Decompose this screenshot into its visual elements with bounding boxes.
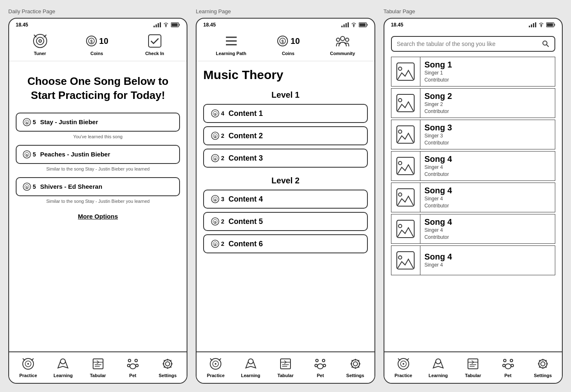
song-row-info-0: Song 1 Singer 1 Contributor bbox=[420, 58, 555, 86]
svg-rect-96 bbox=[531, 24, 532, 27]
coins-icon-2: $ 10 bbox=[276, 33, 300, 49]
bottom-learning-3[interactable]: Learning bbox=[428, 356, 449, 378]
song-row-3[interactable]: Song 4 Singer 4 Contributor bbox=[391, 151, 555, 181]
coins-nav-1[interactable]: $ 10 Coins bbox=[85, 33, 108, 56]
song-title-2: Song 3 bbox=[425, 123, 551, 132]
learning-section: Learning Page 18.45 Learning Path bbox=[196, 8, 375, 384]
content-coins-5: $ 2 bbox=[211, 239, 225, 248]
song-meta-1: Singer 2 Contributor bbox=[425, 101, 551, 115]
song-thumbnail-5 bbox=[391, 214, 420, 243]
bottom-pet-3[interactable]: Pet bbox=[498, 356, 518, 378]
svg-point-57 bbox=[341, 36, 345, 41]
pet-label-3: Pet bbox=[504, 373, 511, 378]
content-coins-1: $ 2 bbox=[211, 131, 225, 140]
time-3: 18.45 bbox=[391, 22, 403, 28]
daily-title: Choose One Song Below to Start Practicin… bbox=[16, 75, 180, 103]
svg-point-134 bbox=[541, 362, 545, 366]
svg-rect-2 bbox=[158, 23, 159, 27]
bottom-tabular-2[interactable]: Tabular bbox=[275, 356, 296, 378]
svg-point-108 bbox=[398, 99, 402, 102]
svg-rect-43 bbox=[341, 26, 343, 27]
song-row-6[interactable]: Song 4 Singer 4 bbox=[391, 245, 555, 275]
bottom-nav-1: Practice Learning Tabular bbox=[9, 351, 187, 383]
settings-icon-1 bbox=[160, 356, 175, 371]
song-row-2[interactable]: Song 3 Singer 3 Contributor bbox=[391, 120, 555, 149]
bottom-settings-2[interactable]: Settings bbox=[345, 356, 366, 378]
learning-label-2: Learning bbox=[241, 373, 260, 378]
bottom-tabular-1[interactable]: Tabular bbox=[88, 356, 108, 378]
svg-point-92 bbox=[317, 364, 323, 369]
coins-icon-1: $ 10 bbox=[85, 33, 108, 49]
bottom-practice-3[interactable]: Practice bbox=[393, 356, 414, 378]
song-title-0: Song 1 bbox=[425, 60, 551, 70]
svg-rect-0 bbox=[154, 26, 155, 27]
content-card-1[interactable]: $ 2 Content 2 bbox=[203, 126, 367, 145]
song-meta-6: Singer 4 bbox=[425, 262, 551, 269]
svg-rect-107 bbox=[397, 94, 414, 112]
svg-point-135 bbox=[539, 360, 547, 368]
svg-point-89 bbox=[322, 359, 325, 362]
svg-point-103 bbox=[543, 41, 547, 45]
content-card-3[interactable]: $ 3 Content 4 bbox=[203, 190, 367, 209]
song-thumbnail-1 bbox=[391, 89, 420, 118]
learning-icon-3 bbox=[431, 356, 446, 371]
coin-badge-1: $ 5 bbox=[22, 150, 37, 159]
svg-rect-6 bbox=[172, 24, 178, 26]
content-card-2[interactable]: $ 2 Content 3 bbox=[203, 149, 367, 168]
svg-point-133 bbox=[505, 364, 511, 369]
song-row-1[interactable]: Song 2 Singer 2 Contributor bbox=[391, 88, 555, 118]
song-row-info-1: Song 2 Singer 2 Contributor bbox=[420, 89, 555, 118]
song-thumbnail-4 bbox=[391, 183, 420, 212]
svg-text:$: $ bbox=[26, 185, 28, 189]
content-card-5[interactable]: $ 2 Content 6 bbox=[203, 234, 367, 253]
coins-nav-2[interactable]: $ 10 Coins bbox=[276, 33, 300, 56]
svg-rect-50 bbox=[367, 24, 367, 26]
svg-point-116 bbox=[398, 224, 402, 228]
search-input[interactable] bbox=[397, 41, 539, 47]
song-row-5[interactable]: Song 4 Singer 4 Contributor bbox=[391, 214, 555, 244]
wifi-icon-2 bbox=[350, 22, 357, 27]
song-card-1[interactable]: $ 5 Peaches - Justin Bieber Similar to t… bbox=[16, 145, 180, 177]
content-coins-2: $ 2 bbox=[211, 154, 225, 163]
pet-icon-3 bbox=[501, 356, 516, 371]
bottom-practice-1[interactable]: Practice bbox=[18, 356, 38, 378]
tuner-label: Tuner bbox=[34, 51, 46, 56]
song-card-2[interactable]: $ 5 Shivers - Ed Sheeran Similar to the … bbox=[16, 177, 180, 209]
community-nav[interactable]: Community bbox=[330, 33, 355, 56]
bottom-learning-1[interactable]: Learning bbox=[53, 356, 73, 378]
tabular-label-1: Tabular bbox=[90, 373, 106, 378]
content-card-4[interactable]: $ 2 Content 5 bbox=[203, 212, 367, 231]
bottom-settings-1[interactable]: Settings bbox=[157, 356, 178, 378]
tuner-nav[interactable]: Tuner bbox=[32, 33, 48, 56]
practice-label-1: Practice bbox=[19, 373, 37, 378]
signal-icon-1 bbox=[154, 22, 161, 27]
checkin-nav[interactable]: Check In bbox=[145, 33, 164, 56]
content-name-5: Content 6 bbox=[228, 240, 263, 248]
bottom-settings-3[interactable]: Settings bbox=[533, 356, 553, 378]
content-name-4: Content 5 bbox=[228, 217, 263, 226]
tabular-section: Tabular Page 18.45 bbox=[384, 8, 563, 384]
svg-rect-1 bbox=[156, 24, 157, 27]
svg-rect-16 bbox=[149, 35, 161, 47]
song-row-4[interactable]: Song 4 Singer 4 Contributor bbox=[391, 183, 555, 212]
svg-point-36 bbox=[128, 359, 131, 362]
song-card-0[interactable]: $ 5 Stay - Justin Bieber You've learned … bbox=[16, 113, 180, 145]
svg-point-88 bbox=[316, 359, 318, 362]
svg-text:$: $ bbox=[214, 157, 216, 161]
bottom-tabular-3[interactable]: Tabular bbox=[463, 356, 483, 378]
bottom-pet-1[interactable]: Pet bbox=[122, 356, 143, 378]
svg-text:$: $ bbox=[282, 39, 284, 44]
content-name-3: Content 4 bbox=[228, 195, 263, 204]
search-bar[interactable] bbox=[391, 36, 555, 52]
bottom-pet-2[interactable]: Pet bbox=[310, 356, 331, 378]
learning-path-nav[interactable]: Learning Path bbox=[216, 33, 246, 56]
more-options-button[interactable]: More Options bbox=[16, 213, 180, 220]
svg-rect-125 bbox=[468, 359, 478, 369]
content-card-0[interactable]: $ 4 Content 1 bbox=[203, 104, 367, 123]
bottom-practice-2[interactable]: Practice bbox=[205, 356, 226, 378]
pet-label-2: Pet bbox=[317, 373, 324, 378]
song-row-0[interactable]: Song 1 Singer 1 Contributor bbox=[391, 57, 555, 87]
svg-rect-49 bbox=[359, 24, 365, 26]
bottom-learning-2[interactable]: Learning bbox=[240, 356, 261, 378]
svg-point-106 bbox=[398, 67, 402, 70]
